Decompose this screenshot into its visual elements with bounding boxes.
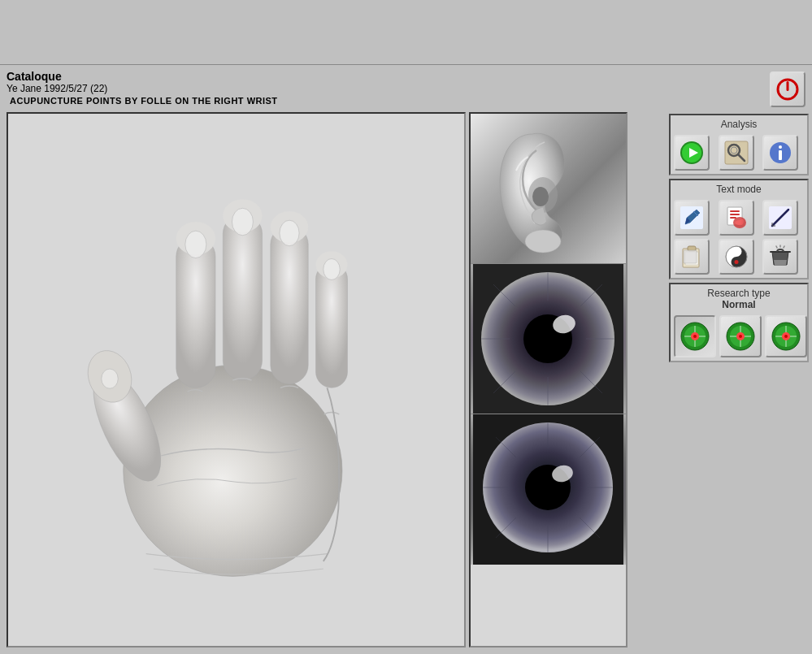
- svg-point-82: [693, 335, 697, 338]
- research-type-value: Normal: [722, 299, 755, 310]
- research-button-3[interactable]: [765, 315, 807, 357]
- ruler-button[interactable]: [762, 200, 798, 236]
- ear-image: [471, 114, 626, 264]
- magic-button[interactable]: [762, 239, 798, 275]
- ruler-icon: [767, 205, 793, 231]
- catalogue-title: Cataloque: [7, 70, 659, 83]
- magic-icon: [767, 244, 793, 270]
- catalogue-header: Cataloque Ye Jane 1992/5/27 (22) ACUPUNC…: [3, 68, 662, 109]
- analysis-title: Analysis: [674, 119, 804, 130]
- research-2-icon: [724, 320, 757, 353]
- text-mode-title: Text mode: [674, 184, 804, 195]
- eye2-svg: [473, 414, 623, 565]
- svg-point-11: [185, 231, 206, 258]
- svg-rect-3: [176, 236, 215, 388]
- eye-image-2: [471, 414, 626, 565]
- research-buttons: [674, 315, 804, 357]
- left-panel: Cataloque Ye Jane 1992/5/27 (22) ACUPUNC…: [0, 65, 666, 654]
- analysis-section: Analysis: [669, 114, 809, 175]
- eye1-svg: [473, 264, 623, 414]
- text-mode-section: Text mode: [669, 179, 809, 279]
- hand-image-box[interactable]: [7, 112, 466, 648]
- document-button[interactable]: [719, 200, 754, 236]
- research-button-2[interactable]: [719, 315, 762, 357]
- scroll-content: [471, 114, 626, 565]
- svg-point-72: [734, 249, 738, 253]
- yin-yang-icon: [723, 244, 749, 270]
- play-icon: [679, 140, 705, 166]
- info-button[interactable]: [762, 135, 798, 171]
- svg-rect-44: [787, 81, 789, 91]
- svg-rect-5: [223, 214, 262, 379]
- pen-button[interactable]: [674, 200, 710, 236]
- svg-point-12: [232, 208, 253, 235]
- patient-info: Ye Jane 1992/5/27 (22): [7, 83, 659, 94]
- clipboard-button[interactable]: [674, 239, 710, 275]
- research-type-section: Research type Normal: [669, 283, 809, 362]
- ear-svg: [488, 118, 610, 260]
- svg-rect-58: [730, 210, 740, 212]
- svg-point-15: [101, 369, 117, 388]
- power-button-area: [669, 68, 809, 110]
- text-mode-buttons: [674, 200, 804, 275]
- acupuncture-label: ACUPUNCTURE POINTS BY FOLLE ON THE RIGHT…: [7, 94, 659, 107]
- svg-rect-59: [730, 214, 740, 215]
- svg-point-17: [532, 187, 549, 206]
- research-1-icon: [679, 320, 711, 353]
- svg-point-13: [279, 220, 298, 246]
- svg-point-88: [739, 335, 742, 338]
- right-panel: Analysis: [666, 65, 812, 654]
- document-icon: [723, 205, 749, 231]
- svg-rect-7: [270, 225, 307, 383]
- yin-yang-button[interactable]: [719, 239, 754, 275]
- svg-rect-69: [684, 250, 697, 263]
- top-menu-bar: [0, 0, 812, 65]
- clipboard-icon: [679, 244, 705, 270]
- image-area: [3, 109, 662, 651]
- play-button[interactable]: [674, 135, 710, 171]
- svg-point-94: [784, 335, 788, 338]
- search-button[interactable]: [719, 135, 754, 171]
- svg-line-75: [784, 246, 784, 248]
- info-icon: [767, 140, 793, 166]
- right-images-panel[interactable]: [469, 112, 627, 648]
- svg-line-76: [776, 246, 777, 248]
- svg-point-14: [323, 258, 339, 279]
- analysis-buttons: [674, 135, 804, 171]
- eye-image-1: [471, 264, 626, 414]
- svg-point-71: [734, 260, 738, 264]
- research-button-1[interactable]: [674, 315, 716, 357]
- svg-rect-9: [315, 263, 347, 388]
- power-button[interactable]: [770, 71, 805, 107]
- research-3-icon: [770, 320, 802, 353]
- svg-point-53: [779, 145, 782, 149]
- main-content: Cataloque Ye Jane 1992/5/27 (22) ACUPUNC…: [0, 65, 812, 654]
- search-icon: [723, 140, 749, 166]
- pen-icon: [679, 205, 705, 231]
- hand-image: [41, 169, 432, 591]
- svg-rect-54: [779, 150, 782, 160]
- power-icon: [775, 76, 801, 102]
- svg-point-18: [525, 230, 561, 253]
- research-type-title: Research type Normal: [674, 288, 804, 310]
